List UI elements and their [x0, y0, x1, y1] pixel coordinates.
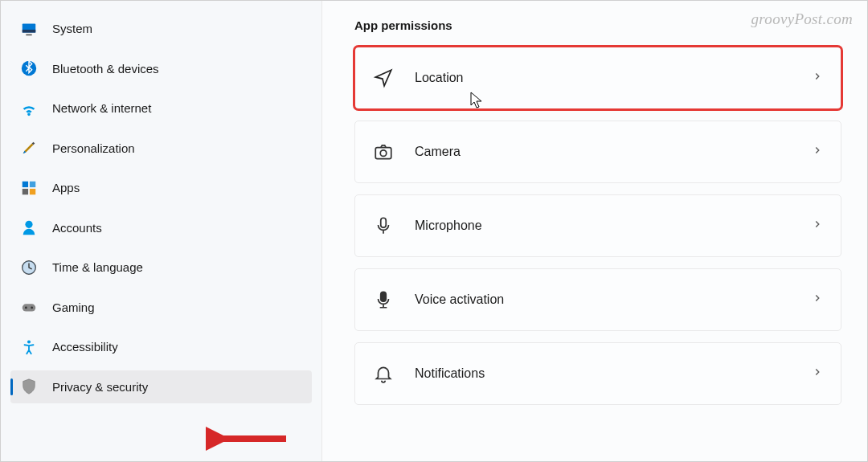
svg-rect-5	[30, 181, 35, 186]
paintbrush-icon	[20, 139, 38, 157]
card-label: Microphone	[415, 219, 791, 233]
sidebar-item-label: Bluetooth & devices	[52, 62, 159, 76]
svg-rect-2	[26, 34, 31, 35]
svg-rect-1	[23, 29, 36, 32]
svg-rect-11	[23, 304, 36, 311]
card-microphone[interactable]: Microphone	[354, 194, 841, 257]
sidebar-item-label: Accounts	[52, 221, 102, 235]
sidebar-item-label: Personalization	[52, 141, 135, 155]
svg-point-13	[31, 307, 33, 309]
sidebar-item-network[interactable]: Network & internet	[10, 92, 312, 125]
svg-point-14	[27, 340, 31, 343]
card-voice-activation[interactable]: Voice activation	[354, 268, 841, 331]
voice-activation-icon	[373, 289, 394, 310]
card-label: Location	[415, 71, 791, 85]
sidebar-item-label: Gaming	[52, 301, 95, 314]
apps-icon	[20, 179, 38, 197]
sidebar-item-time-language[interactable]: Time & language	[10, 251, 312, 284]
person-icon	[20, 219, 38, 236]
chevron-right-icon	[812, 71, 823, 85]
card-location[interactable]: Location	[354, 47, 841, 109]
svg-rect-4	[23, 181, 28, 186]
sidebar-item-gaming[interactable]: Gaming	[10, 291, 312, 324]
sidebar-item-privacy-security[interactable]: Privacy & security	[10, 370, 312, 403]
sidebar-item-system[interactable]: System	[10, 12, 312, 45]
settings-sidebar: System Bluetooth & devices Network & int…	[1, 1, 322, 461]
sidebar-item-label: Privacy & security	[52, 380, 148, 394]
microphone-icon	[373, 215, 394, 236]
card-label: Notifications	[415, 366, 791, 381]
sidebar-item-bluetooth[interactable]: Bluetooth & devices	[10, 52, 312, 85]
sidebar-item-label: Accessibility	[52, 340, 118, 354]
svg-rect-6	[23, 188, 28, 194]
accessibility-icon	[20, 338, 38, 356]
sidebar-item-accessibility[interactable]: Accessibility	[10, 330, 312, 363]
clock-globe-icon	[20, 259, 38, 276]
bluetooth-icon	[20, 59, 38, 77]
sidebar-item-label: Network & internet	[52, 101, 151, 115]
location-arrow-icon	[373, 67, 394, 88]
svg-rect-7	[30, 188, 35, 194]
camera-icon	[373, 141, 394, 162]
gamepad-icon	[20, 298, 38, 316]
bell-icon	[373, 363, 394, 384]
chevron-right-icon	[812, 292, 823, 307]
system-icon	[20, 20, 38, 38]
card-notifications[interactable]: Notifications	[354, 342, 841, 405]
svg-rect-18	[381, 292, 387, 301]
chevron-right-icon	[812, 145, 823, 159]
sidebar-item-personalization[interactable]: Personalization	[10, 132, 312, 165]
chevron-right-icon	[812, 366, 823, 381]
sidebar-item-label: System	[52, 22, 92, 35]
svg-rect-15	[375, 148, 391, 159]
sidebar-item-label: Apps	[52, 181, 80, 194]
card-label: Voice activation	[415, 292, 791, 307]
main-panel: App permissions Location Camera Mic	[322, 1, 867, 461]
wifi-icon	[20, 100, 38, 117]
watermark: groovyPost.com	[751, 10, 853, 28]
permission-cards: Location Camera Microphone	[354, 47, 841, 405]
sidebar-item-apps[interactable]: Apps	[10, 171, 312, 204]
svg-point-12	[25, 307, 27, 309]
card-label: Camera	[415, 145, 791, 159]
chevron-right-icon	[812, 219, 823, 233]
sidebar-item-accounts[interactable]: Accounts	[10, 211, 312, 244]
svg-rect-17	[381, 218, 387, 227]
card-camera[interactable]: Camera	[354, 121, 841, 183]
sidebar-item-label: Time & language	[52, 260, 143, 274]
svg-point-8	[25, 221, 32, 228]
svg-point-16	[380, 150, 387, 157]
shield-icon	[20, 378, 38, 395]
